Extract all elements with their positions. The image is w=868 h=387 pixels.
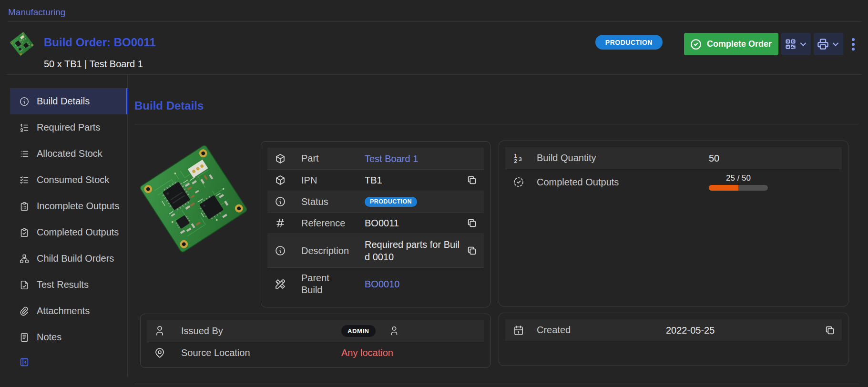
detail-value: BO0011: [365, 217, 465, 229]
svg-text:2: 2: [514, 158, 517, 164]
copy-button[interactable]: [467, 245, 484, 256]
status-badge: PRODUCTION: [365, 197, 417, 207]
part-image[interactable]: [132, 137, 255, 261]
circle-check-icon: [690, 38, 702, 51]
detail-label: Status: [301, 196, 365, 208]
section-heading: Build Details: [134, 98, 204, 114]
detail-row-created: Created2022-05-25: [505, 319, 842, 341]
detail-row-completed-outputs: Completed Outputs25 / 50: [505, 169, 842, 195]
sidebar-item-label: Test Results: [37, 279, 89, 290]
value-text: TB1: [365, 175, 382, 185]
completed-outputs-progress: 25 / 50: [709, 173, 768, 191]
chevron-down-icon: [798, 40, 808, 49]
numbers-123-icon: 123: [505, 153, 524, 164]
value-link-parent-build[interactable]: BO0010: [365, 279, 399, 289]
detail-label: Reference: [301, 217, 365, 229]
detail-value: 50: [709, 152, 823, 164]
user-badge: ADMIN: [341, 325, 376, 337]
copy-button[interactable]: [825, 325, 842, 336]
detail-row-reference: ReferenceBO0011: [267, 212, 484, 234]
sidebar-item-attachments[interactable]: Attachments: [10, 298, 128, 324]
section-divider: [134, 124, 858, 124]
user-icon: [389, 326, 399, 336]
detail-row-build-quantity: 123Build Quantity50: [505, 147, 842, 169]
quantities-panel: 123Build Quantity50Completed Outputs25 /…: [499, 141, 848, 306]
page-title: Build Order: BO0011: [44, 35, 156, 50]
sidebar-item-required-parts[interactable]: Required Parts: [10, 114, 128, 141]
info-circle-icon: [19, 96, 30, 107]
detail-label: Part: [301, 153, 365, 164]
detail-value: 2022-05-25: [666, 324, 823, 336]
sidebar-item-notes[interactable]: Notes: [10, 324, 128, 350]
copy-button[interactable]: [467, 218, 484, 228]
list-icon: [19, 149, 30, 159]
sidebar-item-incomplete-outputs[interactable]: Incomplete Outputs: [10, 193, 128, 219]
value-text: 2022-05-25: [666, 325, 715, 336]
print-actions-button[interactable]: [814, 33, 843, 55]
progress-bar: [709, 185, 768, 191]
dots-vertical-icon: [849, 35, 858, 54]
detail-row-part: PartTest Board 1: [267, 148, 484, 169]
detail-label: Source Location: [181, 347, 341, 359]
people-panel: Issued ByADMINSource LocationAny locatio…: [140, 314, 491, 368]
calendar-icon: [505, 325, 524, 336]
hash-icon: [267, 217, 286, 229]
copy-button[interactable]: [467, 175, 484, 185]
detail-label: Created: [537, 324, 666, 336]
box-icon: [267, 153, 286, 164]
svg-text:3: 3: [519, 156, 522, 162]
sidebar-item-child-build-orders[interactable]: Child Build Orders: [10, 245, 128, 272]
sidebar-item-test-results[interactable]: Test Results: [10, 272, 128, 298]
build-details-panel: PartTest Board 1IPNTB1StatusPRODUCTIONRe…: [261, 141, 490, 307]
printer-icon: [817, 38, 829, 51]
detail-value: Required parts for Build 0010: [365, 238, 465, 263]
sitemap-icon: [19, 254, 30, 264]
clipboard-check-icon: [19, 227, 30, 238]
sidebar-item-label: Incomplete Outputs: [37, 201, 119, 212]
list-check-icon: [19, 175, 30, 185]
detail-row-ipn: IPNTB1: [267, 169, 484, 191]
sidebar-item-completed-outputs[interactable]: Completed Outputs: [10, 219, 128, 245]
detail-row-source-location: Source LocationAny location: [147, 342, 484, 363]
value-text: 50: [709, 153, 719, 163]
notes-icon: [19, 332, 30, 343]
header-actions: PRODUCTION Complete Order: [595, 33, 858, 55]
detail-value: Test Board 1: [365, 153, 465, 165]
part-thumbnail-image[interactable]: [9, 30, 35, 58]
qrcode-icon: [784, 38, 797, 51]
header-titles: Build Order: BO0011 50 x TB1 | Test Boar…: [44, 35, 156, 70]
info-circle-icon: [267, 196, 286, 207]
detail-row-issued-by: Issued ByADMIN: [147, 320, 484, 342]
value-text: BO0011: [365, 218, 399, 228]
detail-row-parent-build: Parent BuildBO0010: [267, 267, 484, 300]
breadcrumb-link-manufacturing[interactable]: Manufacturing: [8, 7, 65, 18]
more-actions-button[interactable]: [849, 35, 858, 54]
user-icon: [147, 325, 165, 336]
detail-label: Completed Outputs: [537, 176, 709, 188]
paperclip-icon: [19, 306, 30, 316]
value-text: Required parts for Build 0010: [365, 239, 460, 262]
sidebar-item-consumed-stock[interactable]: Consumed Stock: [10, 167, 128, 193]
progress-label: 25 / 50: [726, 173, 751, 183]
detail-label: Description: [301, 245, 365, 257]
layout-sidebar-left-collapse-icon: [19, 357, 30, 367]
complete-order-label: Complete Order: [707, 39, 772, 49]
value-link-source-location[interactable]: Any location: [341, 347, 393, 358]
complete-order-button[interactable]: Complete Order: [684, 33, 778, 55]
sidebar-item-allocated-stock[interactable]: Allocated Stock: [10, 141, 128, 167]
sidebar-item-label: Notes: [37, 332, 61, 343]
chevron-down-icon: [831, 40, 840, 49]
sidebar-item-label: Completed Outputs: [37, 227, 119, 238]
barcode-actions-button[interactable]: [781, 33, 811, 55]
top-navigation-bar: Manufacturing: [0, 0, 868, 22]
sidebar-item-build-details[interactable]: Build Details: [10, 88, 128, 114]
sidebar-item-label: Required Parts: [37, 122, 100, 133]
value-link-part[interactable]: Test Board 1: [365, 153, 418, 164]
sidebar-collapse-button[interactable]: [19, 357, 30, 369]
clipboard-list-icon: [19, 201, 30, 212]
sidebar-item-label: Consumed Stock: [37, 174, 109, 185]
file-check-icon: [19, 280, 30, 290]
detail-label: Issued By: [181, 325, 341, 337]
box-icon: [267, 174, 286, 186]
bottom-divider: [134, 384, 858, 384]
